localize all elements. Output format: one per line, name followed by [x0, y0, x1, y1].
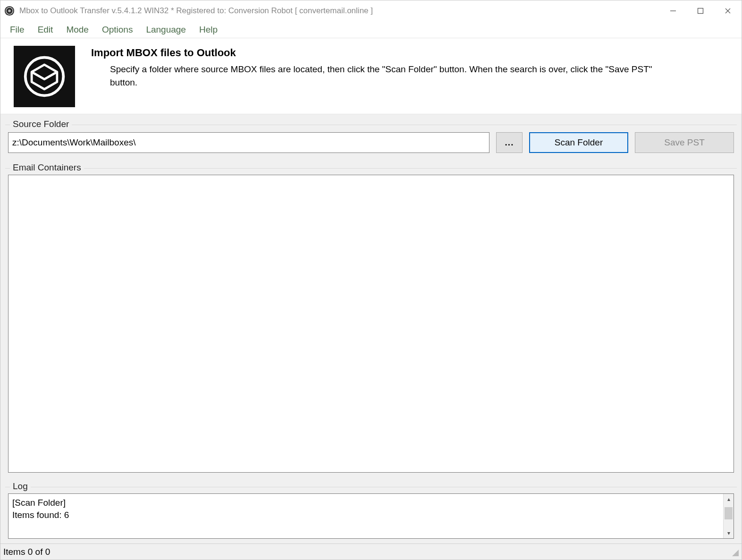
scroll-down-icon[interactable]: ▾	[724, 528, 734, 538]
body-area: Source Folder ... Scan Folder Save PST E…	[0, 114, 742, 543]
svg-marker-8	[32, 65, 57, 79]
log-scrollbar[interactable]: ▴ ▾	[723, 494, 734, 538]
source-folder-input[interactable]	[8, 132, 489, 153]
source-folder-label: Source Folder	[10, 119, 72, 129]
svg-line-10	[44, 72, 57, 79]
svg-line-9	[32, 72, 44, 79]
save-pst-button[interactable]: Save PST	[635, 132, 734, 153]
log-group: Log [Scan Folder] Items found: 6 ▴ ▾	[5, 481, 737, 543]
header-description: Specify a folder where source MBOX files…	[91, 63, 676, 89]
maximize-button[interactable]	[687, 0, 714, 21]
app-logo-icon	[14, 46, 75, 107]
scroll-up-icon[interactable]: ▴	[724, 494, 734, 504]
window-title: Mbox to Outlook Transfer v.5.4.1.2 WIN32…	[19, 6, 659, 16]
titlebar: Mbox to Outlook Transfer v.5.4.1.2 WIN32…	[0, 0, 742, 21]
scroll-thumb[interactable]	[725, 507, 733, 519]
scan-folder-button[interactable]: Scan Folder	[529, 132, 628, 153]
menu-language[interactable]: Language	[139, 23, 193, 37]
email-containers-label: Email Containers	[10, 162, 84, 173]
menu-edit[interactable]: Edit	[31, 23, 60, 37]
menu-help[interactable]: Help	[193, 23, 224, 37]
header-title: Import MBOX files to Outlook	[91, 47, 676, 59]
browse-button[interactable]: ...	[496, 132, 523, 153]
log-text[interactable]: [Scan Folder] Items found: 6	[8, 494, 723, 538]
menubar: File Edit Mode Options Language Help	[0, 21, 742, 38]
header-panel: Import MBOX files to Outlook Specify a f…	[0, 38, 742, 114]
source-folder-group: Source Folder ... Scan Folder Save PST	[5, 119, 737, 158]
email-containers-group: Email Containers	[5, 162, 737, 477]
email-containers-list[interactable]	[8, 175, 734, 473]
log-label: Log	[10, 481, 31, 492]
minimize-button[interactable]	[659, 0, 687, 21]
app-window: Mbox to Outlook Transfer v.5.4.1.2 WIN32…	[0, 0, 742, 560]
window-controls	[659, 0, 742, 21]
svg-point-2	[8, 9, 11, 12]
app-icon	[4, 6, 15, 16]
statusbar: Items 0 of 0	[0, 543, 742, 560]
status-text: Items 0 of 0	[3, 547, 50, 557]
menu-file[interactable]: File	[3, 23, 31, 37]
menu-options[interactable]: Options	[95, 23, 139, 37]
header-text: Import MBOX files to Outlook Specify a f…	[91, 46, 676, 89]
menu-mode[interactable]: Mode	[59, 23, 95, 37]
svg-rect-4	[698, 8, 703, 14]
close-button[interactable]	[714, 0, 742, 21]
resize-grip-icon[interactable]	[730, 548, 739, 556]
